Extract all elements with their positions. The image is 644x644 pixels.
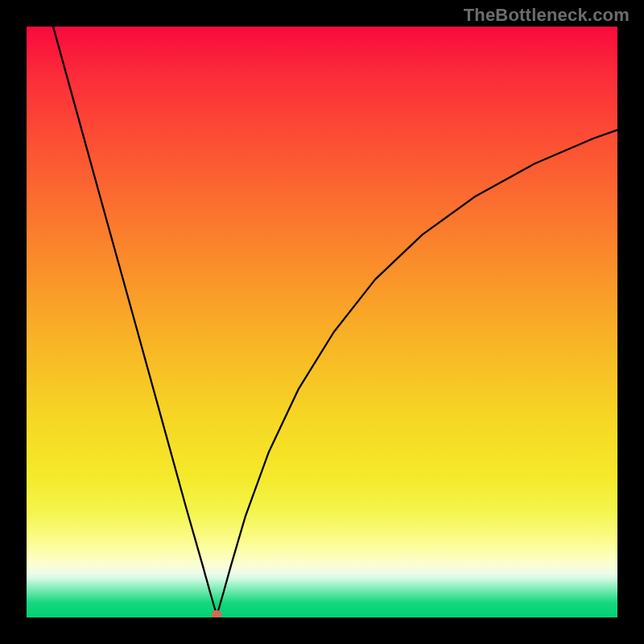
bottleneck-curve	[27, 27, 617, 617]
plot-area	[27, 27, 617, 617]
frame: TheBottleneck.com	[0, 0, 644, 644]
watermark-text: TheBottleneck.com	[464, 5, 630, 26]
minimum-marker	[212, 610, 222, 617]
curve-path	[53, 27, 617, 614]
